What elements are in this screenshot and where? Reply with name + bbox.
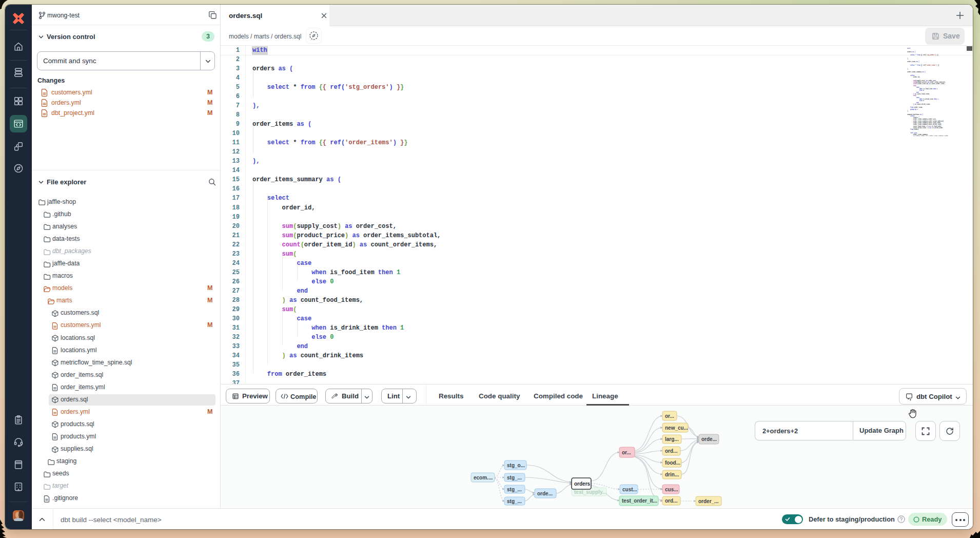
svg-text:orders: orders <box>574 481 591 487</box>
svg-text:cust...: cust... <box>622 487 637 492</box>
svg-text:stg_o...: stg_o... <box>507 463 525 468</box>
svg-text:stg_...: stg_... <box>507 498 522 504</box>
svg-text:stg_...: stg_... <box>507 475 522 481</box>
svg-text:or...: or... <box>665 413 674 419</box>
svg-text:new_cu...: new_cu... <box>665 425 688 431</box>
svg-text:orde...: orde... <box>537 491 553 496</box>
svg-text:food...: food... <box>665 460 680 466</box>
svg-text:test_supply...: test_supply... <box>574 489 606 495</box>
svg-text:stg_...: stg_... <box>507 487 522 492</box>
svg-text:orde...: orde... <box>701 436 717 442</box>
svg-text:larg...: larg... <box>665 436 679 442</box>
svg-text:ord...: ord... <box>665 448 678 454</box>
svg-text:test_order_it...: test_order_it... <box>622 498 657 504</box>
svg-text:order_...: order_... <box>698 498 719 504</box>
svg-text:drin...: drin... <box>665 472 679 477</box>
svg-text:or...: or... <box>622 450 631 455</box>
svg-text:cus...: cus... <box>665 487 678 492</box>
svg-text:ord...: ord... <box>665 498 678 504</box>
svg-text:ecom....: ecom.... <box>474 475 493 481</box>
